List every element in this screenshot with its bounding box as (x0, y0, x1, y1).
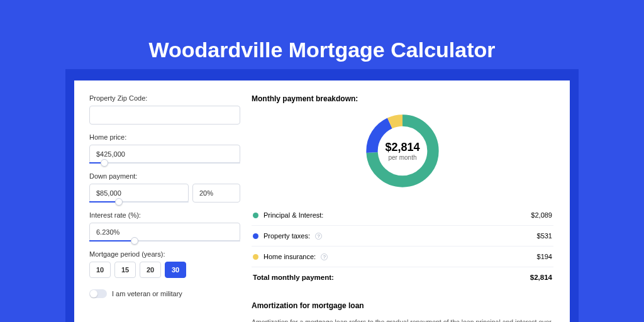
dot-taxes (253, 233, 258, 239)
calculator-panel: Property Zip Code: Home price: Down paym… (74, 80, 570, 322)
period-btn-30[interactable]: 30 (165, 262, 186, 278)
amortization-section: Amortization for mortgage loan Amortizat… (252, 301, 553, 322)
period-label: Mortgage period (years): (89, 250, 240, 258)
inputs-column: Property Zip Code: Home price: Down paym… (89, 94, 240, 322)
dot-principal (253, 213, 258, 218)
veteran-label: I am veteran or military (112, 290, 182, 297)
total-label: Total monthly payment: (253, 274, 334, 281)
legend-row-insurance: Home insurance: ? $194 (252, 247, 553, 267)
rate-label: Interest rate (%): (89, 211, 240, 219)
period-btn-20[interactable]: 20 (140, 262, 161, 278)
total-row: Total monthly payment: $2,814 (252, 267, 553, 287)
down-slider-thumb[interactable] (115, 198, 123, 206)
legend-label-taxes: Property taxes: (264, 232, 310, 240)
down-slider[interactable] (89, 201, 189, 203)
total-value: $2,814 (530, 274, 552, 281)
price-label: Home price: (89, 133, 240, 141)
rate-slider-fill (89, 240, 135, 242)
donut-center: $2,814 per month (362, 111, 443, 191)
info-icon[interactable]: ? (321, 253, 328, 260)
donut-amount: $2,814 (385, 141, 419, 154)
veteran-row: I am veteran or military (89, 289, 240, 298)
breakdown-column: Monthly payment breakdown: $2,814 per mo… (252, 94, 553, 322)
veteran-toggle[interactable] (89, 289, 107, 298)
info-icon[interactable]: ? (315, 233, 322, 240)
page-title: Woodardville Mortgage Calculator (0, 0, 644, 62)
zip-label: Property Zip Code: (89, 94, 240, 102)
down-row: Down payment: (89, 172, 240, 203)
legend-label-principal: Principal & Interest: (264, 211, 323, 219)
breakdown-heading: Monthly payment breakdown: (252, 94, 553, 103)
down-percent-input[interactable] (192, 184, 240, 203)
legend-value-principal: $2,089 (531, 211, 552, 219)
period-row: Mortgage period (years): 10 15 20 30 (89, 250, 240, 278)
legend-row-taxes: Property taxes: ? $531 (252, 226, 553, 247)
zip-row: Property Zip Code: (89, 94, 240, 125)
period-btn-10[interactable]: 10 (89, 262, 111, 278)
period-btn-15[interactable]: 15 (114, 262, 136, 278)
legend-value-taxes: $531 (537, 232, 552, 240)
down-amount-input[interactable] (89, 184, 189, 203)
down-label: Down payment: (89, 172, 240, 180)
rate-input[interactable] (89, 223, 240, 242)
price-slider[interactable] (89, 162, 240, 164)
donut-chart: $2,814 per month (252, 111, 553, 191)
zip-input[interactable] (89, 106, 240, 125)
legend-row-principal: Principal & Interest: $2,089 (252, 205, 553, 226)
amortization-heading: Amortization for mortgage loan (252, 301, 553, 310)
price-input[interactable] (89, 145, 240, 164)
down-slider-fill (89, 201, 119, 203)
dot-insurance (253, 254, 258, 260)
rate-row: Interest rate (%): (89, 211, 240, 242)
price-row: Home price: (89, 133, 240, 164)
calculator-stage: Property Zip Code: Home price: Down paym… (65, 69, 579, 322)
toggle-knob (90, 290, 97, 297)
rate-slider-thumb[interactable] (131, 237, 138, 245)
amortization-body: Amortization for a mortgage loan refers … (252, 318, 553, 322)
donut-sublabel: per month (388, 154, 416, 161)
legend-label-insurance: Home insurance: (264, 253, 316, 260)
period-options: 10 15 20 30 (89, 262, 240, 278)
rate-slider[interactable] (89, 240, 240, 242)
legend-value-insurance: $194 (537, 253, 552, 260)
price-slider-thumb[interactable] (101, 159, 108, 167)
